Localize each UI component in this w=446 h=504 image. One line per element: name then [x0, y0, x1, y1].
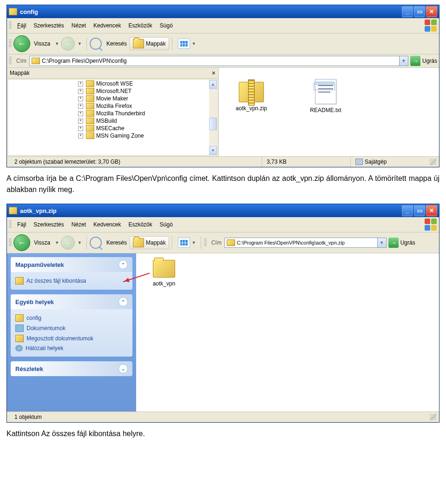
tree-item[interactable]: +MSECache — [8, 125, 217, 132]
close-button[interactable]: ✕ — [426, 6, 437, 17]
computer-icon — [355, 159, 363, 165]
menu-file[interactable]: Fájl — [13, 21, 30, 30]
maximize-button[interactable]: ▭ — [414, 6, 425, 17]
tree-item[interactable]: +Microsoft.NET — [8, 87, 217, 95]
task-folder-ops: Mappaműveletek⌃ Az összes fájl kibontása — [11, 257, 132, 290]
go-button[interactable]: → — [410, 56, 420, 66]
menu-view[interactable]: Nézet — [68, 21, 90, 30]
maximize-button[interactable]: ▭ — [414, 205, 425, 216]
instruction-text-1: A címsorba írja be a C:\Program Files\Op… — [7, 173, 439, 195]
menu-bar: Fájl Szerkesztés Nézet Kedvencek Eszközö… — [7, 217, 439, 232]
tree-item[interactable]: +Movie Maker — [8, 95, 217, 102]
close-panel-button[interactable]: × — [212, 69, 216, 77]
zip-folder-icon — [227, 239, 235, 246]
back-dropdown[interactable]: ▼ — [55, 240, 59, 245]
search-icon[interactable] — [90, 38, 102, 50]
gripper-icon[interactable] — [9, 239, 12, 247]
file-label: aotk_vpn — [153, 280, 176, 287]
tree-item[interactable]: +Microsoft WSE — [8, 80, 217, 87]
forward-button[interactable]: → — [61, 37, 75, 51]
address-input[interactable]: C:\Program Files\OpenVPN\config — [29, 56, 400, 66]
gripper-icon[interactable] — [9, 21, 12, 30]
gripper-icon[interactable] — [9, 40, 12, 48]
place-documents[interactable]: Dokumentumok — [15, 323, 128, 333]
address-dropdown[interactable]: ▼ — [378, 238, 387, 248]
tree-item[interactable]: +Mozilla Thunderbird — [8, 110, 217, 117]
go-button[interactable]: → — [388, 238, 399, 248]
tree-item[interactable]: +Mozilla Firefox — [8, 102, 217, 110]
folders-panel: Mappák × +Microsoft WSE +Microsoft.NET +… — [7, 68, 219, 156]
windows-logo-icon — [424, 218, 437, 231]
file-readme[interactable]: README.txt — [298, 73, 354, 113]
titlebar[interactable]: aotk_vpn.zip _ ▭ ✕ — [7, 204, 439, 217]
back-button[interactable]: ← — [13, 234, 30, 251]
gripper-icon[interactable] — [9, 220, 12, 229]
file-label: README.txt — [310, 107, 341, 113]
menu-tools[interactable]: Eszközök — [125, 21, 156, 30]
back-label[interactable]: Vissza — [34, 239, 50, 246]
chevron-up-icon: ⌃ — [118, 260, 128, 269]
gripper-icon[interactable] — [9, 57, 12, 65]
file-zip[interactable]: aotk_vpn.zip — [223, 73, 279, 112]
address-label: Cím — [16, 58, 26, 64]
tree-item[interactable]: +MSBuild — [8, 117, 217, 125]
status-bar: 1 objektum — [7, 411, 439, 422]
menu-help[interactable]: Súgó — [156, 220, 177, 229]
folders-button[interactable]: Mappák — [130, 236, 169, 249]
gripper-icon[interactable] — [204, 239, 207, 247]
place-network[interactable]: Hálózati helyek — [15, 344, 128, 353]
go-label[interactable]: Ugrás — [400, 239, 415, 246]
menu-edit[interactable]: Szerkesztés — [30, 21, 67, 30]
task-header[interactable]: Részletek⌄ — [11, 361, 132, 376]
menu-favorites[interactable]: Kedvencek — [90, 220, 125, 229]
address-input[interactable]: C:\Program Files\OpenVPN\config\aotk_vpn… — [224, 238, 378, 248]
back-label[interactable]: Vissza — [34, 40, 50, 47]
status-size: 3,73 KB — [262, 157, 350, 167]
resize-grip-icon[interactable] — [430, 159, 436, 165]
zip-folder-icon — [9, 207, 17, 214]
tree-item[interactable]: +MSN Gaming Zone — [8, 132, 217, 139]
address-path: C:\Program Files\OpenVPN\config — [42, 58, 127, 64]
menu-view[interactable]: Nézet — [68, 220, 90, 229]
scrollbar[interactable]: ▲▼ — [209, 80, 217, 155]
minimize-button[interactable]: _ — [402, 6, 413, 17]
window-title: config — [20, 8, 402, 15]
view-mode-button[interactable] — [178, 39, 190, 49]
place-config[interactable]: config — [15, 313, 128, 323]
search-label[interactable]: Keresés — [106, 40, 127, 47]
menu-file[interactable]: Fájl — [13, 220, 30, 229]
task-header[interactable]: Egyéb helyek⌃ — [11, 294, 132, 309]
folder-item[interactable]: aotk_vpn — [145, 260, 183, 287]
search-icon[interactable] — [90, 237, 102, 249]
close-button[interactable]: ✕ — [426, 205, 437, 216]
minimize-button[interactable]: _ — [402, 205, 413, 216]
extract-all-link[interactable]: Az összes fájl kibontása — [15, 276, 128, 286]
back-dropdown[interactable]: ▼ — [55, 41, 59, 46]
view-dropdown[interactable]: ▼ — [192, 240, 196, 245]
go-label[interactable]: Ugrás — [422, 58, 437, 64]
folders-button[interactable]: Mappák — [130, 37, 169, 50]
status-location: Sajátgép — [350, 157, 430, 167]
status-objects: 1 objektum — [10, 412, 430, 422]
menu-tools[interactable]: Eszközök — [125, 220, 156, 229]
menu-edit[interactable]: Szerkesztés — [30, 220, 67, 229]
search-label[interactable]: Keresés — [106, 239, 127, 246]
place-shared-docs[interactable]: Megosztott dokumentumok — [15, 333, 128, 344]
task-header[interactable]: Mappaműveletek⌃ — [11, 257, 132, 272]
view-dropdown[interactable]: ▼ — [192, 41, 196, 46]
view-mode-button[interactable] — [178, 238, 190, 248]
back-button[interactable]: ← — [13, 35, 30, 52]
file-view[interactable]: aotk_vpn — [136, 253, 439, 411]
file-view[interactable]: aotk_vpn.zip README.txt — [219, 68, 439, 156]
address-dropdown[interactable]: ▼ — [400, 56, 408, 66]
resize-grip-icon[interactable] — [430, 414, 436, 420]
forward-dropdown[interactable]: ▼ — [78, 240, 82, 245]
zip-icon — [239, 82, 264, 102]
menu-favorites[interactable]: Kedvencek — [90, 21, 125, 30]
titlebar[interactable]: config _ ▭ ✕ — [7, 5, 439, 18]
forward-dropdown[interactable]: ▼ — [78, 41, 82, 46]
forward-button[interactable]: → — [61, 236, 75, 250]
folder-tree[interactable]: +Microsoft WSE +Microsoft.NET +Movie Mak… — [8, 80, 217, 155]
task-other-places: Egyéb helyek⌃ config Dokumentumok Megosz… — [11, 294, 132, 357]
menu-help[interactable]: Súgó — [156, 21, 177, 30]
